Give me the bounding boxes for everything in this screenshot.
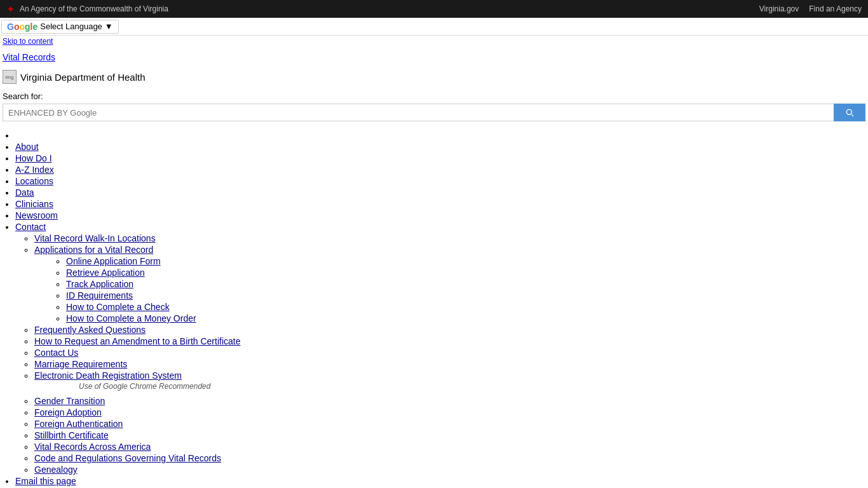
email-this-page-link[interactable]: Email this page	[15, 476, 76, 486]
track-application-link[interactable]: Track Application	[66, 279, 133, 289]
newsroom-link[interactable]: Newsroom	[15, 210, 58, 220]
nav-item-clinicians: Clinicians	[15, 199, 865, 209]
nav-item-amendment: How to Request an Amendment to a Birth C…	[34, 336, 865, 346]
nav-item-locations: Locations	[15, 176, 865, 186]
virginia-gov-link[interactable]: Virginia.gov	[759, 4, 799, 13]
contact-us-link[interactable]: Contact Us	[34, 348, 78, 358]
google-translate-widget[interactable]: Google Select Language ▼	[1, 20, 119, 34]
nav-item-contact: Contact	[15, 222, 865, 232]
nav-item-gender-transition: Gender Transition	[34, 396, 865, 406]
edrs-note: Use of Google Chrome Recommended	[34, 382, 210, 391]
nav-item-az-index: A-Z Index	[15, 165, 865, 175]
navigation: About How Do I A-Z Index Locations Data …	[0, 126, 868, 488]
dropdown-arrow-icon: ▼	[105, 22, 113, 31]
contact-link[interactable]: Contact	[15, 222, 46, 232]
select-language-label: Select Language	[40, 22, 102, 31]
search-icon	[844, 107, 855, 118]
nav-item-track-app: Track Application	[66, 279, 865, 289]
top-bar-left: ✦ An Agency of the Commonwealth of Virgi…	[6, 3, 168, 15]
nav-item-online-form: Online Application Form	[66, 256, 865, 266]
edrs-link[interactable]: Electronic Death Registration System	[34, 370, 182, 381]
how-do-i-link[interactable]: How Do I	[15, 153, 52, 163]
nav-item-data: Data	[15, 187, 865, 198]
foreign-authentication-link[interactable]: Foreign Authentication	[34, 419, 123, 429]
nav-level3-applications-list: Online Application Form Retrieve Applica…	[34, 256, 865, 323]
nav-item-code-regulations: Code and Regulations Governing Vital Rec…	[34, 453, 865, 463]
nav-expanded-section: Vital Record Walk-In Locations Applicati…	[15, 233, 865, 475]
language-bar: Google Select Language ▼	[0, 18, 868, 36]
search-button[interactable]	[834, 104, 865, 121]
nav-item-id-requirements: ID Requirements	[66, 290, 865, 301]
search-label: Search for:	[3, 92, 865, 101]
nav-item-vital-records-america: Vital Records Across America	[34, 442, 865, 452]
nav-level1-list: About How Do I A-Z Index Locations Data …	[3, 130, 865, 486]
google-g-logo: Google	[7, 22, 37, 32]
skip-to-content-link[interactable]: Skip to content	[0, 36, 868, 47]
nav-item-retrieve-app: Retrieve Application	[66, 268, 865, 278]
vdh-logo-area: img Virginia Department of Health	[3, 70, 146, 84]
vdh-logo-image: img	[3, 70, 17, 84]
clinicians-link[interactable]: Clinicians	[15, 199, 53, 209]
gender-transition-link[interactable]: Gender Transition	[34, 396, 105, 406]
nav-item-empty	[15, 130, 865, 140]
nav-item-faq: Frequently Asked Questions	[34, 325, 865, 335]
locations-link[interactable]: Locations	[15, 176, 53, 186]
nav-item-marriage-req: Marriage Requirements	[34, 359, 865, 369]
vital-records-america-link[interactable]: Vital Records Across America	[34, 442, 151, 452]
nav-item-how-do-i: How Do I	[15, 153, 865, 163]
agency-text: An Agency of the Commonwealth of Virgini…	[20, 4, 168, 13]
complete-money-order-link[interactable]: How to Complete a Money Order	[66, 313, 196, 323]
top-bar: ✦ An Agency of the Commonwealth of Virgi…	[0, 0, 868, 18]
vital-records-breadcrumb-link[interactable]: Vital Records	[0, 47, 868, 65]
az-index-link[interactable]: A-Z Index	[15, 165, 54, 175]
data-link[interactable]: Data	[15, 187, 34, 198]
nav-level2b-list: Gender Transition Foreign Adoption Forei…	[15, 396, 865, 475]
nav-item-newsroom: Newsroom	[15, 210, 865, 220]
genealogy-link[interactable]: Genealogy	[34, 464, 78, 475]
nav-item-edrs: Electronic Death Registration System Use…	[34, 370, 865, 391]
nav-item-email-page: Email this page	[15, 476, 865, 486]
nav-item-about: About	[15, 142, 865, 152]
complete-check-link[interactable]: How to Complete a Check	[66, 302, 170, 312]
foreign-adoption-link[interactable]: Foreign Adoption	[34, 407, 102, 417]
applications-link[interactable]: Applications for a Vital Record	[34, 245, 153, 255]
find-agency-link[interactable]: Find an Agency	[809, 4, 862, 13]
faq-link[interactable]: Frequently Asked Questions	[34, 325, 146, 335]
nav-item-walkin-locations: Vital Record Walk-In Locations	[34, 233, 865, 243]
vdh-title: Virginia Department of Health	[20, 72, 146, 83]
code-regulations-link[interactable]: Code and Regulations Governing Vital Rec…	[34, 453, 221, 463]
search-input[interactable]	[3, 104, 834, 121]
nav-item-genealogy: Genealogy	[34, 464, 865, 475]
nav-item-stillbirth: Stillbirth Certificate	[34, 430, 865, 440]
nav-item-complete-money-order: How to Complete a Money Order	[66, 313, 865, 323]
search-row	[3, 104, 865, 121]
vdh-header: img Virginia Department of Health	[0, 65, 868, 89]
stillbirth-certificate-link[interactable]: Stillbirth Certificate	[34, 430, 109, 440]
agency-icon: ✦	[6, 3, 15, 15]
nav-level2-list: Vital Record Walk-In Locations Applicati…	[15, 233, 865, 391]
marriage-requirements-link[interactable]: Marriage Requirements	[34, 359, 127, 369]
id-requirements-link[interactable]: ID Requirements	[66, 290, 133, 301]
nav-item-complete-check: How to Complete a Check	[66, 302, 865, 312]
online-application-form-link[interactable]: Online Application Form	[66, 256, 161, 266]
walkin-locations-link[interactable]: Vital Record Walk-In Locations	[34, 233, 156, 243]
about-link[interactable]: About	[15, 142, 39, 152]
nav-item-contact-us: Contact Us	[34, 348, 865, 358]
retrieve-application-link[interactable]: Retrieve Application	[66, 268, 145, 278]
nav-item-foreign-authentication: Foreign Authentication	[34, 419, 865, 429]
amendment-link[interactable]: How to Request an Amendment to a Birth C…	[34, 336, 241, 346]
top-bar-right: Virginia.gov Find an Agency	[759, 4, 862, 13]
search-section: Search for:	[0, 89, 868, 126]
nav-item-applications: Applications for a Vital Record Online A…	[34, 245, 865, 323]
nav-item-foreign-adoption: Foreign Adoption	[34, 407, 865, 417]
